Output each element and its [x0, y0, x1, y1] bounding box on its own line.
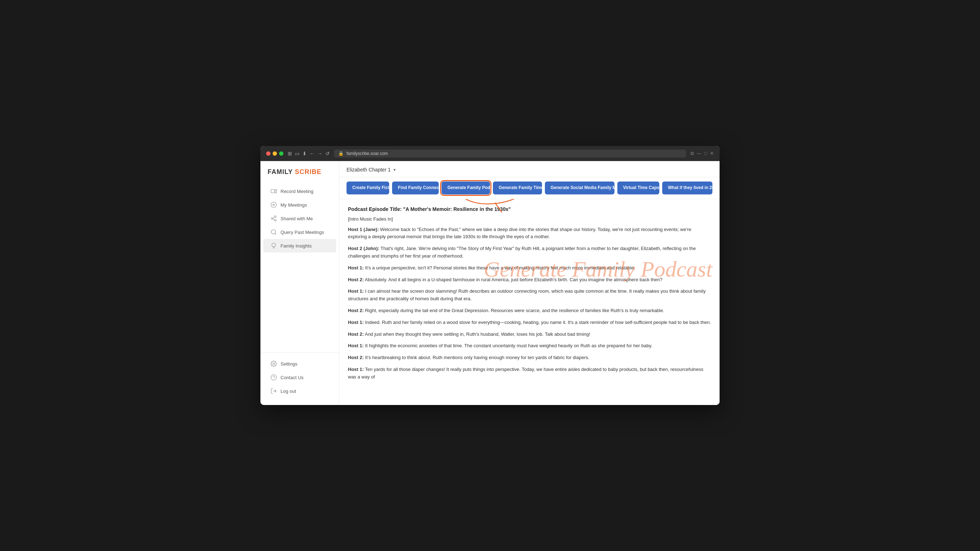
nav-icon-apps[interactable]: ⊞	[288, 151, 292, 156]
sidebar-item-shared-with-me[interactable]: Shared with Me	[263, 212, 336, 225]
svg-point-2	[271, 202, 277, 208]
nav-icon-forward[interactable]: →	[317, 151, 323, 156]
sidebar-item-record-meeting[interactable]: Record Meeting	[263, 185, 336, 198]
host-text-0: Welcome back to "Echoes of the Past," wh…	[348, 227, 691, 240]
host-name-9: Host 2:	[348, 355, 364, 360]
host-text-10: Ten yards for all those diaper changes! …	[348, 366, 703, 379]
svg-rect-0	[271, 190, 275, 193]
svg-point-3	[273, 204, 275, 206]
url-text: familyscribe.soar.com	[347, 151, 388, 156]
host-line-8: Host 1: It highlights the economic anxie…	[348, 342, 711, 350]
sidebar-item-my-meetings[interactable]: My Meetings	[263, 198, 336, 212]
host-name-3: Host 2:	[348, 277, 364, 282]
host-line-9: Host 2: It's heartbreaking to think abou…	[348, 354, 711, 361]
chapter-selector[interactable]: Elizabeth Chapter 1 ▼	[347, 167, 396, 172]
minimize-dot[interactable]	[273, 151, 277, 156]
app-layout: FAMILY SCRIBE Record Meeting My Meetings	[261, 161, 719, 405]
nav-icon-download[interactable]: ⬇	[302, 151, 307, 156]
browser-nav-icons: ⊞ ▭ ⬇ ← → ↺	[288, 151, 330, 156]
sidebar-item-contact-us[interactable]: Contact Us	[263, 371, 336, 384]
address-bar[interactable]: 🔒 familyscribe.soar.com	[334, 150, 686, 158]
browser-window: ⊞ ▭ ⬇ ← → ↺ 🔒 familyscribe.soar.com ⧉ — …	[261, 146, 719, 405]
host-text-6: Indeed. Ruth and her family relied on a …	[365, 320, 711, 325]
host-name-8: Host 1:	[348, 343, 364, 348]
chapter-label: Elizabeth Chapter 1	[347, 167, 391, 172]
insights-icon	[270, 242, 277, 249]
logo: FAMILY SCRIBE	[261, 168, 339, 185]
nav-icon-tabs[interactable]: ▭	[295, 151, 299, 156]
sidebar-bottom: Settings Contact Us Log out	[261, 352, 339, 398]
shared-icon	[270, 215, 277, 222]
host-name-7: Host 2:	[348, 331, 364, 337]
host-line-5: Host 2: Right, especially during the tai…	[348, 307, 711, 315]
host-name-1: Host 2 (John):	[348, 246, 379, 251]
host-name-5: Host 2:	[348, 308, 364, 313]
lock-icon: 🔒	[338, 151, 344, 156]
btn-virtual-time-capsule[interactable]: Virtual Time Capsule	[617, 182, 659, 194]
host-name-6: Host 1:	[348, 320, 364, 325]
contact-icon	[270, 374, 277, 381]
btn-what-if-2024[interactable]: What if they lived in 2024?	[662, 182, 713, 194]
logout-icon	[270, 388, 277, 394]
split-view-icon[interactable]: ⧉	[690, 151, 694, 156]
chevron-down-icon: ▼	[393, 168, 396, 172]
host-name-2: Host 1:	[348, 265, 364, 271]
host-text-9: It's heartbreaking to think about. Ruth …	[365, 355, 589, 360]
host-line-0: Host 1 (Jane): Welcome back to "Echoes o…	[348, 226, 711, 241]
record-meeting-icon	[270, 188, 277, 194]
content-area: Generate Family Podcast Podcast Episode …	[339, 199, 719, 405]
close-dot[interactable]	[266, 151, 270, 156]
svg-marker-1	[275, 190, 277, 193]
sidebar-item-log-out[interactable]: Log out	[263, 384, 336, 398]
host-line-4: Host 1: I can almost hear the screen doo…	[348, 288, 711, 303]
sidebar: FAMILY SCRIBE Record Meeting My Meetings	[261, 161, 339, 405]
btn-generate-family-timeline[interactable]: Generate Family Timeline	[493, 182, 542, 194]
svg-point-4	[271, 229, 275, 234]
browser-controls: ⧉ — □ ✕	[690, 151, 714, 156]
btn-create-family-fiction[interactable]: Create Family Fiction	[347, 182, 389, 194]
intro-music: [Intro Music Fades In]	[348, 216, 711, 222]
minimize-icon[interactable]: —	[697, 151, 701, 156]
host-line-1: Host 2 (John): That's right, Jane. We're…	[348, 245, 711, 260]
btn-find-family-connection[interactable]: Find Family Connection	[392, 182, 439, 194]
host-text-8: It highlights the economic anxieties of …	[365, 343, 652, 348]
restore-icon[interactable]: □	[704, 151, 707, 156]
sidebar-item-family-insights[interactable]: Family Insights	[263, 239, 336, 253]
browser-dots	[266, 151, 283, 156]
host-name-10: Host 1:	[348, 366, 364, 372]
host-line-3: Host 2: Absolutely. And it all begins in…	[348, 276, 711, 284]
logo-family: FAMILY	[267, 168, 293, 175]
host-text-4: I can almost hear the screen door slammi…	[348, 288, 706, 301]
host-line-6: Host 1: Indeed. Ruth and her family reli…	[348, 319, 711, 326]
btn-generate-social-media[interactable]: Generate Social Media Family Moments	[545, 182, 614, 194]
action-buttons: Create Family Fiction Find Family Connec…	[339, 177, 719, 199]
host-name-0: Host 1 (Jane):	[348, 227, 379, 232]
host-text-1: That's right, Jane. We're delving into "…	[348, 246, 696, 259]
main-content: Elizabeth Chapter 1 ▼ Create Family Fict…	[339, 161, 719, 405]
maximize-dot[interactable]	[279, 151, 283, 156]
query-icon	[270, 229, 277, 235]
host-line-2: Host 1: It's a unique perspective, isn't…	[348, 264, 711, 272]
nav-icon-back[interactable]: ←	[310, 151, 315, 156]
host-line-10: Host 1: Ten yards for all those diaper c…	[348, 366, 711, 381]
sidebar-item-query-past-meetings[interactable]: Query Past Meetings	[263, 225, 336, 239]
svg-point-6	[271, 375, 277, 380]
settings-icon	[270, 360, 277, 367]
logo-scribe: SCRIBE	[295, 168, 321, 175]
btn-generate-family-podcast[interactable]: Generate Family Podcast	[442, 182, 490, 194]
my-meetings-icon	[270, 202, 277, 208]
host-text-7: And just when they thought they were set…	[365, 331, 590, 337]
host-name-4: Host 1:	[348, 288, 364, 294]
host-text-2: It's a unique perspective, isn't it? Per…	[365, 265, 635, 271]
main-header: Elizabeth Chapter 1 ▼	[339, 161, 719, 177]
close-icon[interactable]: ✕	[710, 151, 714, 156]
host-line-7: Host 2: And just when they thought they …	[348, 331, 711, 338]
browser-chrome: ⊞ ▭ ⬇ ← → ↺ 🔒 familyscribe.soar.com ⧉ — …	[261, 146, 719, 161]
podcast-title: Podcast Episode Title: "A Mother's Memoi…	[348, 206, 711, 212]
svg-point-5	[273, 363, 275, 365]
host-text-3: Absolutely. And it all begins in a U-sha…	[365, 277, 663, 282]
host-text-5: Right, especially during the tail end of…	[365, 308, 664, 313]
sidebar-item-settings[interactable]: Settings	[263, 357, 336, 371]
nav-icon-refresh[interactable]: ↺	[325, 151, 330, 156]
